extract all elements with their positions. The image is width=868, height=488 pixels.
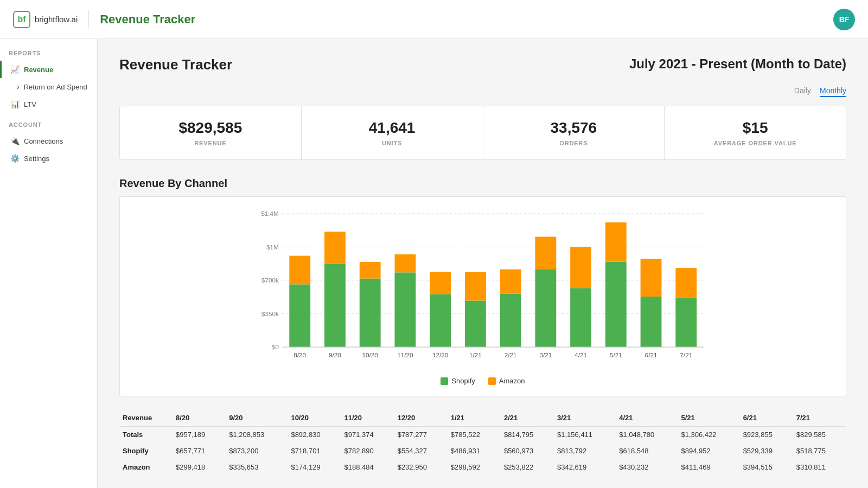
- svg-rect-35: [570, 247, 591, 288]
- svg-text:9/20: 9/20: [329, 351, 341, 358]
- app-header: bf brightflow.ai Revenue Tracker BF: [0, 0, 868, 39]
- metric-revenue-label: REVENUE: [129, 140, 292, 146]
- svg-rect-17: [360, 262, 381, 279]
- view-monthly-btn[interactable]: Monthly: [820, 86, 846, 97]
- svg-rect-10: [289, 284, 310, 347]
- sidebar-item-ltv[interactable]: 📊 LTV: [0, 95, 97, 113]
- table-cell-1-8: $618,548: [616, 443, 678, 459]
- sidebar-item-ltv-label: LTV: [24, 100, 36, 108]
- table-row-0-label: Totals: [119, 427, 173, 443]
- table-col-1: 8/20: [173, 409, 226, 427]
- ltv-icon: 📊: [10, 100, 20, 108]
- metric-orders-value: 33,576: [492, 119, 656, 137]
- chart-title: Revenue By Channel: [119, 177, 846, 190]
- table-col-0: Revenue: [119, 409, 173, 427]
- svg-rect-43: [675, 298, 697, 347]
- sidebar-item-settings[interactable]: ⚙️ Settings: [0, 150, 97, 167]
- table-cell-2-5: $298,592: [448, 459, 501, 476]
- table-cell-2-0: $299,418: [173, 459, 226, 476]
- legend-shopify: Shopify: [441, 377, 475, 385]
- table-cell-1-7: $813,792: [554, 443, 616, 459]
- table-cell-1-4: $554,327: [394, 443, 448, 459]
- sidebar-item-connections[interactable]: 🔌 Connections: [0, 132, 97, 150]
- table-cell-1-3: $782,890: [341, 443, 394, 459]
- avatar[interactable]: BF: [833, 9, 855, 30]
- svg-rect-40: [641, 297, 662, 347]
- logo-icon: bf: [13, 11, 30, 28]
- metrics-row: $829,585 REVENUE 41,641 UNITS 33,576 ORD…: [119, 106, 846, 160]
- reports-section-label: REPORTS: [0, 50, 97, 61]
- svg-text:$0: $0: [272, 343, 279, 350]
- legend-amazon-dot: [488, 377, 496, 385]
- svg-text:1/21: 1/21: [469, 351, 482, 358]
- sidebar-item-roas-label: Return on Ad Spend: [24, 83, 87, 91]
- metric-orders-label: ORDERS: [492, 140, 656, 146]
- svg-rect-38: [605, 222, 627, 261]
- table-cell-2-4: $232,950: [394, 459, 448, 476]
- metric-aov-label: AVERAGE ORDER VALUE: [673, 140, 837, 146]
- table-row: Shopify$657,771$873,200$718,701$782,890$…: [119, 443, 846, 459]
- svg-text:$1M: $1M: [266, 243, 279, 251]
- table-col-2: 9/20: [226, 409, 288, 427]
- table-cell-0-11: $829,585: [793, 427, 846, 443]
- table-cell-2-7: $342,619: [554, 459, 616, 476]
- legend-shopify-dot: [441, 377, 448, 385]
- table-col-12: 7/21: [793, 409, 846, 427]
- main-layout: REPORTS 📈 Revenue › Return on Ad Spend 📊…: [0, 39, 868, 488]
- svg-rect-37: [605, 262, 627, 348]
- metric-units-label: UNITS: [310, 140, 474, 146]
- table-col-7: 2/21: [501, 409, 554, 427]
- table-cell-2-1: $335,653: [226, 459, 288, 476]
- date-range: July 2021 - Present (Month to Date): [629, 56, 846, 72]
- table-cell-1-9: $894,952: [678, 443, 739, 459]
- table-cell-1-1: $873,200: [226, 443, 288, 459]
- chart-container: $0$350k$700k$1M$1.4M8/209/2010/2011/2012…: [119, 196, 846, 396]
- sidebar-item-revenue-label: Revenue: [24, 66, 53, 74]
- table-cell-1-0: $657,771: [173, 443, 226, 459]
- view-daily-btn[interactable]: Daily: [794, 86, 811, 97]
- connections-icon: 🔌: [10, 137, 20, 145]
- metric-aov: $15 AVERAGE ORDER VALUE: [665, 106, 846, 159]
- sidebar-item-revenue[interactable]: 📈 Revenue: [0, 61, 97, 78]
- bar-chart: $0$350k$700k$1M$1.4M8/209/2010/2011/2012…: [131, 208, 835, 370]
- revenue-icon: 📈: [10, 65, 20, 74]
- metric-revenue: $829,585 REVENUE: [120, 106, 302, 159]
- sidebar-item-roas[interactable]: › Return on Ad Spend: [0, 78, 97, 95]
- table-cell-0-2: $892,830: [288, 427, 341, 443]
- table-row-1-label: Shopify: [119, 443, 173, 459]
- legend-amazon: Amazon: [488, 377, 525, 385]
- page-header: Revenue Tracker July 2021 - Present (Mon…: [119, 56, 846, 73]
- main-content: Revenue Tracker July 2021 - Present (Mon…: [98, 39, 868, 488]
- svg-text:5/21: 5/21: [610, 351, 622, 358]
- legend-shopify-label: Shopify: [451, 377, 475, 385]
- table-row: Amazon$299,418$335,653$174,129$188,484$2…: [119, 459, 846, 476]
- legend-amazon-label: Amazon: [499, 377, 525, 385]
- svg-rect-14: [324, 232, 346, 264]
- table-cell-0-7: $1,156,411: [554, 427, 616, 443]
- roas-icon: ›: [17, 82, 20, 91]
- metric-units: 41,641 UNITS: [302, 106, 483, 159]
- table-cell-0-6: $814,795: [501, 427, 554, 443]
- view-toggle: Daily Monthly: [119, 86, 846, 97]
- svg-text:10/20: 10/20: [362, 351, 378, 358]
- table-cell-1-11: $518,775: [793, 443, 846, 459]
- metric-aov-value: $15: [673, 119, 837, 137]
- svg-rect-31: [535, 269, 556, 347]
- table-cell-1-2: $718,701: [288, 443, 341, 459]
- settings-icon: ⚙️: [10, 154, 20, 163]
- table-col-4: 11/20: [341, 409, 394, 427]
- svg-rect-41: [641, 259, 662, 297]
- svg-rect-44: [675, 268, 697, 298]
- svg-rect-13: [324, 264, 346, 347]
- table-cell-2-11: $310,811: [793, 459, 846, 476]
- table-cell-0-10: $923,855: [740, 427, 793, 443]
- svg-text:$350k: $350k: [261, 310, 279, 317]
- table-col-10: 5/21: [678, 409, 739, 427]
- table-row-2-label: Amazon: [119, 459, 173, 476]
- logo-text: brightflow.ai: [35, 15, 78, 24]
- table-cell-0-1: $1,208,853: [226, 427, 288, 443]
- chart-legend: Shopify Amazon: [131, 377, 835, 385]
- page-title: Revenue Tracker: [119, 56, 232, 73]
- table-cell-0-5: $785,522: [448, 427, 501, 443]
- svg-text:$1.4M: $1.4M: [261, 210, 279, 217]
